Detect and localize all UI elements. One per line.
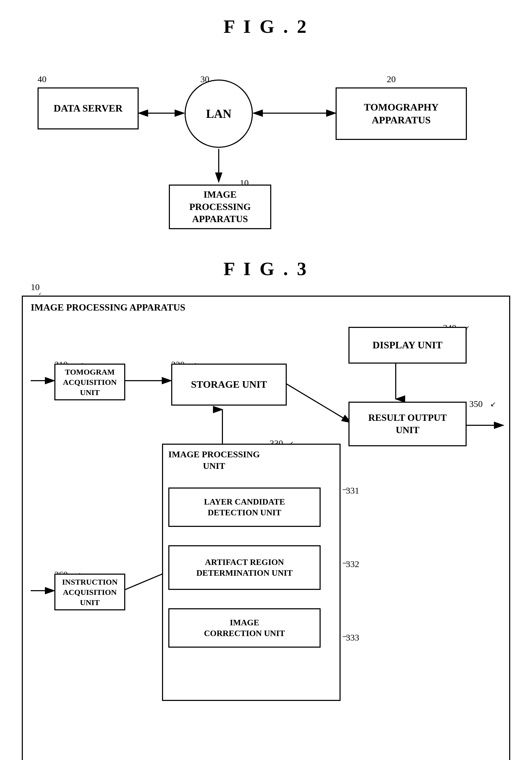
tomography-box: TOMOGRAPHYAPPARATUS (336, 87, 467, 140)
layer-candidate-box: LAYER CANDIDATEDETECTION UNIT (168, 488, 320, 527)
ref-333: 333 (346, 633, 359, 642)
ref-331-dash: ─ (343, 486, 347, 494)
fig3-diagram: 10 ↙ IMAGE PROCESSING APPARATUS (22, 296, 510, 760)
artifact-region-wrapper: ARTIFACT REGIONDETERMINATION UNIT (168, 545, 334, 593)
fig2-title: F I G . 2 (21, 16, 511, 37)
fig2-section: F I G . 2 (21, 16, 511, 237)
ref-332: 332 (346, 559, 359, 569)
fig3-section: F I G . 3 10 ↙ IMAGE PROCESSING APPARATU… (21, 258, 511, 760)
ref-333-dash: ─ (343, 633, 347, 641)
fig2-diagram: 40 DATA SERVER 30 LAN 20 TOMOGRAPHYAPPAR… (22, 53, 510, 237)
ref-350: 350 (469, 399, 483, 409)
ref-10-tick: ↙ (39, 291, 42, 296)
image-correction-wrapper: IMAGECORRECTION UNIT (168, 608, 334, 648)
ref-331: 331 (346, 486, 359, 496)
data-server-box: DATA SERVER (37, 87, 139, 129)
storage-unit-box: STORAGE UNIT (171, 363, 287, 405)
result-output-box: RESULT OUTPUTUNIT (349, 402, 466, 446)
ref-332-dash: ─ (343, 559, 347, 567)
instruction-acquisition-box: INSTRUCTIONACQUISITIONUNIT (54, 574, 125, 610)
ref-20: 20 (387, 74, 396, 84)
ref-40: 40 (37, 74, 46, 84)
image-processing-unit-box: IMAGE PROCESSINGUNIT LAYER CANDIDATEDETE… (162, 444, 341, 701)
svg-line-12 (285, 383, 351, 423)
ref-10-fig3: 10 (31, 282, 40, 292)
image-proc-label: IMAGE PROCESSINGUNIT (168, 449, 260, 472)
image-correction-box: IMAGECORRECTION UNIT (168, 608, 320, 648)
page: F I G . 2 (0, 0, 532, 760)
ref-350-tick: ↙ (490, 400, 496, 408)
image-processing-apparatus-box: IMAGE PROCESSINGAPPARATUS (169, 185, 271, 229)
tomogram-acquisition-box: TOMOGRAMACQUISITIONUNIT (54, 363, 125, 400)
layer-candidate-wrapper: LAYER CANDIDATEDETECTION UNIT (168, 488, 334, 530)
fig3-title: F I G . 3 (21, 258, 511, 280)
fig3-inner-label: IMAGE PROCESSING APPARATUS (31, 302, 185, 313)
lan-circle: LAN (185, 79, 253, 148)
display-unit-box: DISPLAY UNIT (349, 327, 466, 363)
artifact-region-box: ARTIFACT REGIONDETERMINATION UNIT (168, 545, 320, 590)
